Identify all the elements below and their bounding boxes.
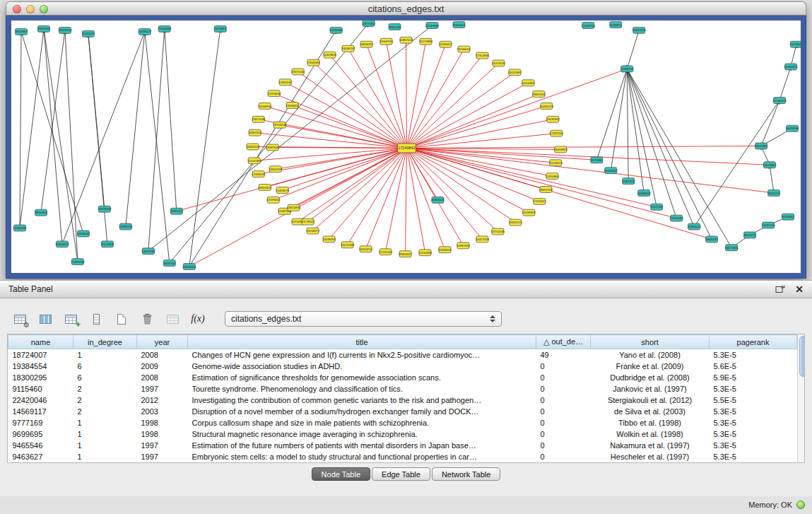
column-header[interactable]: pagerank xyxy=(710,335,797,349)
network-node[interactable]: 10523867 xyxy=(763,162,777,168)
table-row[interactable]: 1830029562008Estimation of significance … xyxy=(8,372,797,383)
network-node[interactable]: 17205563 xyxy=(379,249,393,255)
network-node[interactable]: 21354068 xyxy=(158,25,172,32)
network-node[interactable]: 9581236 xyxy=(389,23,401,30)
network-node[interactable]: 9295361 xyxy=(782,214,794,220)
network-node[interactable]: 15630942 xyxy=(546,116,560,122)
network-node[interactable]: 11429805 xyxy=(323,52,336,58)
column-header[interactable]: name xyxy=(8,335,73,349)
network-node[interactable]: 9662847 xyxy=(15,28,27,35)
network-node[interactable]: 17084526 xyxy=(252,171,266,177)
network-node[interactable]: 18375062 xyxy=(291,69,305,75)
network-canvas[interactable]: 1609382615128524129548601805212817553421… xyxy=(11,21,801,273)
network-node[interactable]: 20683127 xyxy=(138,28,152,35)
table-row[interactable]: 977716911998Corpus callosum shape and si… xyxy=(8,417,797,428)
network-node[interactable]: 13754206 xyxy=(273,122,287,128)
import-table-button[interactable]: + xyxy=(61,310,81,328)
network-node[interactable]: 12954860 xyxy=(546,173,560,180)
network-node[interactable]: 20439871 xyxy=(55,241,69,247)
close-window-button[interactable] xyxy=(13,5,21,13)
merge-table-button[interactable] xyxy=(163,310,182,328)
network-node[interactable]: 9760413 xyxy=(453,21,465,28)
network-node[interactable]: 18694327 xyxy=(399,251,413,257)
table-source-dropdown[interactable]: citations_edges.txt xyxy=(225,311,502,327)
network-node[interactable]: 12843297 xyxy=(278,79,293,86)
network-node[interactable]: 16098743 xyxy=(341,45,355,52)
network-node[interactable]: 19490875 xyxy=(784,64,798,70)
network-node[interactable]: 11562987 xyxy=(247,158,261,164)
network-node[interactable]: 19284756 xyxy=(119,223,133,230)
network-node[interactable]: 21430958 xyxy=(71,259,85,265)
network-node[interactable]: 19448794 xyxy=(620,66,635,72)
network-node[interactable]: 11843210 xyxy=(359,246,372,252)
network-node[interactable]: 19672048 xyxy=(252,116,266,122)
network-node[interactable]: 9613472 xyxy=(744,232,756,238)
network-node[interactable]: 10236584 xyxy=(329,27,343,33)
network-node[interactable]: 13178523 xyxy=(301,218,315,225)
network-node[interactable]: 21876503 xyxy=(98,206,112,212)
network-node[interactable]: 10718293 xyxy=(789,41,801,47)
network-node[interactable]: 18923410 xyxy=(258,185,272,191)
network-node[interactable]: 21260478 xyxy=(772,98,787,104)
network-node[interactable]: 19234871 xyxy=(306,228,320,234)
function-builder-button[interactable]: f(x) xyxy=(188,310,208,328)
network-node[interactable]: 9473861 xyxy=(214,25,226,32)
network-node[interactable]: 15794630 xyxy=(267,90,281,97)
network-node[interactable]: 14098265 xyxy=(322,236,336,243)
window-titlebar[interactable]: citations_edges.txt xyxy=(6,1,806,16)
network-node[interactable]: 9378042 xyxy=(77,230,89,237)
table-scrollbar[interactable] xyxy=(797,334,804,462)
network-node[interactable]: 16845203 xyxy=(246,144,260,150)
network-node[interactable]: 9328160 xyxy=(37,25,49,32)
table-row[interactable]: 1938455462009Genome-wide association stu… xyxy=(8,361,797,372)
network-node[interactable]: 11038324 xyxy=(522,209,536,216)
network-node[interactable]: 19762084 xyxy=(670,215,684,221)
network-node[interactable]: 9524318 xyxy=(101,241,113,247)
network-node[interactable]: 19038562 xyxy=(637,189,652,196)
network-node[interactable]: 9234871 xyxy=(610,21,622,28)
network-node[interactable]: 9145627 xyxy=(82,30,94,37)
network-node[interactable]: 21058734 xyxy=(582,22,596,28)
network-node[interactable]: 19565174 xyxy=(509,219,523,226)
network-node[interactable]: 16572098 xyxy=(341,242,355,248)
show-columns-button[interactable] xyxy=(35,310,55,328)
table-row[interactable]: 911546021997Tourette syndrome. Phenomeno… xyxy=(8,383,797,395)
network-node[interactable]: 20806531 xyxy=(431,197,445,203)
column-header[interactable]: △ out_de… xyxy=(536,335,591,349)
network-node[interactable]: 12110438 xyxy=(418,250,432,256)
network-node[interactable]: 9157283 xyxy=(651,204,663,210)
table-row[interactable]: 946554611997Estimation of the future num… xyxy=(8,440,797,451)
network-node[interactable]: 13287645 xyxy=(266,144,280,151)
network-node[interactable]: 10238764 xyxy=(258,103,272,110)
network-node[interactable]: 9846137 xyxy=(706,236,718,243)
network-node[interactable]: 10672198 xyxy=(141,248,155,255)
network-node[interactable]: 12590417 xyxy=(439,41,453,47)
column-header[interactable]: year xyxy=(137,335,188,349)
network-node[interactable]: 10495278 xyxy=(540,103,554,110)
table-row[interactable]: 946362711997Embryonic stem cells: a mode… xyxy=(8,451,797,462)
network-node[interactable]: 17240842 xyxy=(398,144,416,153)
network-node[interactable]: 14387652 xyxy=(248,129,262,136)
column-header[interactable]: in_degree xyxy=(73,335,137,349)
column-header[interactable]: title xyxy=(188,335,536,349)
tab-edge-table[interactable]: Edge Table xyxy=(372,467,430,481)
network-node[interactable]: 15273860 xyxy=(419,38,433,45)
network-node[interactable]: 9685742 xyxy=(170,208,182,214)
network-node[interactable]: 15938267 xyxy=(438,247,452,253)
network-node[interactable]: 10874253 xyxy=(58,27,72,33)
table-row[interactable]: 2242004622012Investigating the contribut… xyxy=(8,395,797,406)
network-node[interactable]: 11674530 xyxy=(492,60,505,66)
network-node[interactable]: 13098452 xyxy=(286,103,300,109)
column-header[interactable]: short xyxy=(591,335,710,349)
network-node[interactable]: 10867423 xyxy=(399,37,413,43)
network-node[interactable]: 19847632 xyxy=(532,91,546,98)
network-node[interactable]: 13902318 xyxy=(269,166,283,173)
network-node[interactable]: 9643058 xyxy=(787,125,799,132)
tab-node-table[interactable]: Node Table xyxy=(312,467,370,481)
network-node[interactable]: 10945362 xyxy=(13,225,27,231)
network-node[interactable]: 18746052 xyxy=(457,46,471,52)
network-node[interactable]: 13620894 xyxy=(287,204,301,211)
row-height-button[interactable] xyxy=(86,310,106,328)
network-node[interactable]: 14203865 xyxy=(522,80,536,86)
network-node[interactable]: 17553421 xyxy=(533,198,547,204)
